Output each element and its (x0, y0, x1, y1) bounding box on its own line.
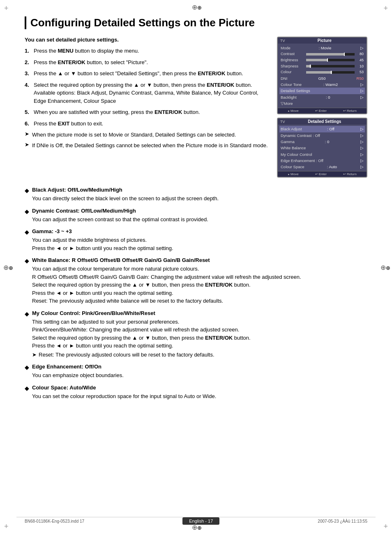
step-content-6: Press the EXIT button to exit. (34, 120, 103, 128)
bullet-title-my-colour-control: ◆ My Colour Control: Pink/Green/Blue/Whi… (25, 310, 367, 317)
my-colour-reset-text: Reset: The previously adjusted colours w… (39, 351, 214, 359)
tv-row-more: ▽More (279, 100, 365, 107)
tv-footer-1: ⬥ Move ↵ Enter ↩ Return (278, 108, 367, 113)
tv-body-2: Black Adjust : Off ▷ Dynamic Contrast : … (278, 125, 367, 171)
step-content-4: Select the required option by pressing t… (34, 81, 269, 105)
step-num-5: 5. (25, 108, 34, 116)
step-content-5: When you are satisfied with your setting… (34, 108, 200, 116)
bullet-title-edge-enhancement: ◆ Edge Enhancement: Off/On (25, 364, 367, 371)
step-2: 2. Press the ENTER/OK button, to select … (25, 58, 269, 67)
my-colour-reset-arrow: ➤ (32, 351, 39, 359)
step-num-2: 2. (25, 58, 34, 67)
step-content-2: Press the ENTER/OK button, to select "Pi… (34, 58, 148, 67)
title-section: Configuring Detailed Settings on the Pic… (25, 16, 367, 29)
bullet-white-balance: ◆ White Balance: R Offset/G Offset/B Off… (25, 257, 367, 305)
text-column: You can set detailed picture settings. 1… (25, 37, 269, 152)
bullet-my-colour-control: ◆ My Colour Control: Pink/Green/Blue/Whi… (25, 310, 367, 359)
crosshair-top: ⊕ (192, 3, 200, 12)
footer-center: English - 17 (182, 517, 219, 525)
note-content-2: If DNIe is Off, the Detailed Settings ca… (32, 141, 268, 150)
step-4: 4. Select the required option by pressin… (25, 81, 269, 105)
main-content: You can set detailed picture settings. 1… (25, 37, 367, 181)
note-1: ➤ When the picture mode is set to Movie … (25, 131, 269, 139)
bullet-colour-space: ◆ Colour Space: Auto/Wide You can set th… (25, 384, 367, 401)
step-content-3: Press the ▲ or ▼ button to select "Detai… (34, 69, 243, 78)
tv-row-colour-tone: Colour Tone : Warm2 ▷ (279, 81, 365, 88)
page-title: Configuring Detailed Settings on the Pic… (30, 16, 367, 29)
note-arrow-1: ➤ (25, 131, 32, 139)
tv-title-2: Detailed Settings (308, 119, 341, 124)
bullet-title-white-balance: ◆ White Balance: R Offset/G Offset/B Off… (25, 257, 367, 264)
note-arrow-2: ➤ (25, 141, 32, 150)
bullet-title-gamma: ◆ Gamma: -3 ~ +3 (25, 228, 367, 235)
bullet-body-edge-enhancement: You can emphasize object boundaries. (32, 371, 367, 380)
tv-row-dynamic-contrast: Dynamic Contrast : Off ▷ (279, 132, 365, 139)
tv-body-1: Mode : Movie ▷ Contrast 80 (278, 44, 367, 108)
step-content-1: Press the MENU button to display the men… (34, 47, 139, 55)
corner-mark-br: + (383, 522, 388, 531)
corner-mark-tr: + (383, 4, 388, 13)
tv-label-2: TV (280, 120, 285, 124)
step-3: 3. Press the ▲ or ▼ button to select "De… (25, 69, 269, 78)
bullet-body-my-colour-control: This setting can be adjusted to suit you… (32, 318, 367, 359)
step-5: 5. When you are satisfied with your sett… (25, 108, 269, 116)
tv-row-sharpness: Sharpness 10 (279, 63, 365, 69)
step-1: 1. Press the MENU button to display the … (25, 47, 269, 55)
tv-row-my-colour-control: My Colour Control ▷ (279, 151, 365, 157)
tv-column: TV Picture Mode : Movie ▷ Contrast (277, 37, 367, 181)
bullet-body-white-balance: You can adjust the colour temperature fo… (32, 265, 367, 305)
bullets-section: ◆ Black Adjust: Off/Low/Medium/High You … (25, 187, 367, 400)
footer-left: BN68-01186K-Eng-0523.indd 17 (25, 519, 84, 523)
tv-row-brightness: Brightness 45 (279, 57, 365, 63)
tv-footer-2: ⬥ Move ↵ Enter ↩ Return (278, 171, 367, 177)
corner-mark-bl: + (4, 522, 9, 531)
tv-row-colour: Colour 53 (279, 69, 365, 75)
tv-row-mode: Mode : Movie ▷ (279, 45, 365, 51)
step-num-4: 4. (25, 81, 34, 105)
page-container: + + + + ⊕ ⊕ ⊕ ⊕ Configuring Detailed Set… (0, 0, 392, 535)
note-2: ➤ If DNIe is Off, the Detailed Settings … (25, 141, 269, 150)
bullet-gamma: ◆ Gamma: -3 ~ +3 You can adjust the midd… (25, 228, 367, 252)
step-num-1: 1. (25, 47, 34, 55)
corner-mark-tl: + (4, 4, 9, 13)
tv-row-colour-space: Colour Space : Auto ▷ (279, 164, 365, 170)
footer-right: 2007-05-23 ¿ÀÀü 11:13:55 (318, 519, 367, 523)
bullet-title-colour-space: ◆ Colour Space: Auto/Wide (25, 384, 367, 391)
page-footer: BN68-01186K-Eng-0523.indd 17 English - 1… (16, 517, 376, 525)
bullet-body-gamma: You can adjust the middle brightness of … (32, 236, 367, 252)
tv-row-detailed-settings: Detailed Settings ▷ (279, 88, 365, 94)
tv-row-edge-enhancement: Edge Enhancement : Off ▷ (279, 157, 365, 164)
crosshair-left: ⊕ (3, 264, 12, 272)
bullet-title-dynamic-contrast: ◆ Dynamic Contrast: Off/Low/Medium/High (25, 208, 367, 215)
bullet-body-black-adjust: You can directly select the black level … (32, 195, 367, 203)
tv-row-gamma: Gamma : 0 ▷ (279, 139, 365, 145)
intro-text: You can set detailed picture settings. (25, 37, 269, 43)
note-content-1: When the picture mode is set to Movie or… (32, 131, 236, 139)
tv-row-contrast: Contrast 80 (279, 51, 365, 57)
tv-row-black-adjust: Black Adjust : Off ▷ (279, 126, 365, 132)
bullet-black-adjust: ◆ Black Adjust: Off/Low/Medium/High You … (25, 187, 367, 203)
step-num-6: 6. (25, 120, 34, 128)
tv-row-dni: DNI G50 R50 (279, 75, 365, 81)
bullet-title-black-adjust: ◆ Black Adjust: Off/Low/Medium/High (25, 187, 367, 194)
tv-screen-detailed: TV Detailed Settings Black Adjust : Off … (277, 118, 367, 178)
bullet-edge-enhancement: ◆ Edge Enhancement: Off/On You can empha… (25, 364, 367, 380)
crosshair-right: ⊕ (380, 264, 389, 272)
tv-row-white-balance: White Balance ▷ (279, 145, 365, 151)
step-num-3: 3. (25, 69, 34, 78)
step-6: 6. Press the EXIT button to exit. (25, 120, 269, 128)
tv-screen-picture-header: TV Picture (278, 37, 367, 44)
crosshair-bottom: ⊕ (192, 523, 200, 532)
tv-screen-detailed-header: TV Detailed Settings (278, 118, 367, 125)
tv-label-1: TV (280, 39, 285, 43)
tv-title-1: Picture (318, 38, 332, 43)
tv-screen-picture: TV Picture Mode : Movie ▷ Contrast (277, 37, 367, 114)
bullet-body-dynamic-contrast: You can adjust the screen contrast so th… (32, 215, 367, 224)
tv-row-backlight: Backlight : 0 ▷ (279, 94, 365, 100)
bullet-dynamic-contrast: ◆ Dynamic Contrast: Off/Low/Medium/High … (25, 208, 367, 224)
bullet-body-colour-space: You can set the colour reproduction spac… (32, 392, 367, 401)
